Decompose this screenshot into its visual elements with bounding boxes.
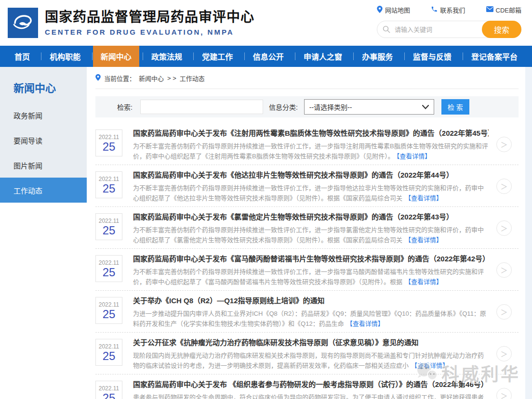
arrow-right-icon[interactable]: ＞ <box>496 220 512 236</box>
category-select[interactable]: --请选择类别-- <box>304 99 434 115</box>
sidebar: 新闻中心 政务新闻 要闻导读 图片新闻 工作动态 <box>0 67 87 203</box>
news-item: 2022.11 25 国家药监局药审中心关于发布《氯雷他定片生物等效性研究技术指… <box>95 207 519 249</box>
view-details-link[interactable]: 【查看详情】 <box>411 362 449 369</box>
news-title-link[interactable]: 国家药监局药审中心关于发布 《组织患者参与药物研发的一般考虑指导原则（试行）》的… <box>133 380 489 389</box>
news-date-month: 2022.11 <box>96 343 122 350</box>
keyword-input[interactable] <box>140 100 263 114</box>
cde-news-page: 国家药品监督管理局药品审评中心 CENTER FOR DRUG EVALUATI… <box>0 0 532 399</box>
main-nav: 首页 机构职能 新闻中心 政策法规 党建工作 信息公开 申请人之窗 办事服务 监… <box>0 46 532 67</box>
view-details-link[interactable]: 【查看详情】 <box>405 194 442 202</box>
category-selected-value: --请选择类别-- <box>309 102 352 112</box>
news-date: 2022.11 25 <box>95 255 122 282</box>
nav-item[interactable]: 监督与反馈 <box>405 46 459 67</box>
news-date: 2022.11 25 <box>95 297 122 324</box>
search-button[interactable]: 搜索 <box>482 21 521 38</box>
news-list: 2022.11 25 国家药监局药审中心关于发布《注射用两性霉素B脂质体生物等效… <box>95 123 519 399</box>
news-title-link[interactable]: 国家药监局药审中心关于发布《富马酸丙酚替诺福韦片生物等效性研究技术指导原则》的通… <box>133 254 489 264</box>
sidebar-title: 新闻中心 <box>0 67 87 103</box>
arrow-right-icon[interactable]: ＞ <box>496 346 512 361</box>
cde-logo[interactable] <box>8 8 38 38</box>
sidebar-item[interactable]: 政务新闻 <box>0 103 87 128</box>
news-date-month: 2022.11 <box>96 385 122 392</box>
news-item: 2022.11 25 国家药监局药审中心关于发布 《组织患者参与药物研发的一般考… <box>95 374 519 399</box>
news-title-link[interactable]: 关于举办《ICH Q8（R2）—Q12指导原则线上培训》的通知 <box>133 296 489 306</box>
news-summary: 为不断丰富完善仿制药个药指导原则并持续推进一致性评价工作，进一步指导氯雷他定片生… <box>133 225 489 245</box>
news-body: 关于公开征求《抗肿瘤光动力治疗药物临床研发技术指导原则（征求意见稿）》意见的通知… <box>133 336 489 371</box>
news-date: 2022.11 25 <box>95 381 122 399</box>
phone-icon <box>431 6 438 14</box>
nav-item[interactable]: 办事服务 <box>354 46 400 67</box>
news-item: 2022.11 25 国家药监局药审中心关于发布《注射用两性霉素B脂质体生物等效… <box>95 123 519 165</box>
site-header: 国家药品监督管理局药品审评中心 CENTER FOR DRUG EVALUATI… <box>0 0 532 46</box>
news-summary: 为不断丰富完善仿制药个药指导原则并持续推进一致性评价工作，进一步指导他达拉非片生… <box>133 183 489 203</box>
news-date-month: 2022.11 <box>96 259 122 266</box>
chevron-down-icon <box>422 103 429 111</box>
keyword-label: 检索: <box>117 102 133 112</box>
breadcrumb-separator: > > <box>167 75 176 82</box>
content-row: 新闻中心 政务新闻 要闻导读 图片新闻 工作动态 当前位置： 新闻中心 > > … <box>0 67 532 399</box>
contact-us-link[interactable]: 联系我们 <box>431 5 465 14</box>
fish-swirl-icon <box>11 12 35 35</box>
breadcrumb-current[interactable]: 工作动态 <box>180 74 205 83</box>
search-icon <box>383 26 390 35</box>
arrow-right-icon[interactable]: ＞ <box>496 262 512 278</box>
nav-item[interactable]: 党建工作 <box>194 46 240 67</box>
news-body: 国家药监局药审中心关于发布《他达拉非片生物等效性研究技术指导原则》的通告（202… <box>133 169 489 203</box>
filter-bar: 检索: 信息分类: --请选择类别-- 检 索 <box>95 96 519 117</box>
news-date-day: 25 <box>96 308 122 320</box>
news-date-day: 25 <box>96 266 122 278</box>
site-title: 国家药品监督管理局药品审评中心 <box>45 10 254 25</box>
arrow-right-icon[interactable]: ＞ <box>496 304 512 320</box>
nav-item[interactable]: 机构职能 <box>42 46 88 67</box>
nav-item[interactable]: 申请人之窗 <box>296 46 350 67</box>
sidebar-item[interactable]: 图片新闻 <box>0 153 87 178</box>
brand-block: 国家药品监督管理局药品审评中心 CENTER FOR DRUG EVALUATI… <box>45 10 254 36</box>
news-title-link[interactable]: 国家药监局药审中心关于发布《氯雷他定片生物等效性研究技术指导原则》的通告（202… <box>133 212 489 222</box>
nav-item[interactable]: 政策法规 <box>144 46 190 67</box>
sidebar-item[interactable]: 工作动态 <box>0 178 87 203</box>
nav-item[interactable]: 首页 <box>7 46 38 67</box>
arrow-right-icon[interactable]: ＞ <box>496 179 512 194</box>
news-date: 2022.11 25 <box>95 339 122 366</box>
news-title-link[interactable]: 国家药监局药审中心关于发布《他达拉非片生物等效性研究技术指导原则》的通告（202… <box>133 170 489 180</box>
view-details-link[interactable]: 【查看详情】 <box>405 278 442 285</box>
mail-icon <box>486 6 493 13</box>
nav-item[interactable]: 信息公开 <box>245 46 292 67</box>
cde-mail-link[interactable]: CDE邮箱 <box>486 5 521 14</box>
news-summary: 为进一步推动提升国内审评人员和工业界对ICH《Q8（R2）：药品研发》《Q9：质… <box>133 309 489 329</box>
news-title-link[interactable]: 关于公开征求《抗肿瘤光动力治疗药物临床研发技术指导原则（征求意见稿）》意见的通知 <box>133 338 489 348</box>
news-item: 2022.11 25 关于公开征求《抗肿瘤光动力治疗药物临床研发技术指导原则（征… <box>95 333 519 374</box>
arrow-right-icon[interactable]: ＞ <box>496 137 512 152</box>
sitemap-link[interactable]: 网站地图 <box>377 5 410 14</box>
site-search: 搜索 <box>377 21 521 38</box>
news-body: 国家药监局药审中心关于发布《氯雷他定片生物等效性研究技术指导原则》的通告（202… <box>133 211 489 245</box>
filter-search-button[interactable]: 检 索 <box>441 99 469 115</box>
news-item: 2022.11 25 国家药监局药审中心关于发布《他达拉非片生物等效性研究技术指… <box>95 165 519 207</box>
news-date: 2022.11 25 <box>95 171 122 198</box>
news-body: 国家药监局药审中心关于发布《注射用两性霉素B脂质体生物等效性研究技术指导原则》的… <box>133 127 489 161</box>
news-date-day: 25 <box>96 141 122 153</box>
news-summary: 现阶段国内尚无抗肿瘤光动力治疗药物临床研发相关技术指导原则，现有的指导原则尚不能… <box>133 350 489 371</box>
news-body: 关于举办《ICH Q8（R2）—Q12指导原则线上培训》的通知 为进一步推动提升… <box>133 295 489 329</box>
nav-item[interactable]: 登记备案平台 <box>464 46 525 67</box>
news-summary: 患者参与到药物研发的全生命周期中，符合以临床价值为导向的药物研发宗旨。为了便于申… <box>133 392 489 399</box>
news-date-month: 2022.11 <box>96 218 122 224</box>
news-date-day: 25 <box>96 224 122 236</box>
news-date-day: 25 <box>96 350 122 362</box>
news-title-link[interactable]: 国家药监局药审中心关于发布《注射用两性霉素B脂质体生物等效性研究技术指导原则》的… <box>133 129 489 138</box>
sidebar-item[interactable]: 要闻导读 <box>0 128 87 153</box>
breadcrumb-pin-icon <box>95 74 101 82</box>
view-details-link[interactable]: 【查看详情】 <box>397 153 431 160</box>
view-details-link[interactable]: 【查看详情】 <box>405 236 442 244</box>
view-details-link[interactable]: 【查看详情】 <box>346 320 384 327</box>
nav-item[interactable]: 新闻中心 <box>93 46 139 67</box>
news-body: 国家药监局药审中心关于发布 《组织患者参与药物研发的一般考虑指导原则（试行）》的… <box>133 378 489 399</box>
news-summary: 为不断丰富完善仿制药个药指导原则并持续推进一致性评价工作，进一步指导富马酸丙酚替… <box>133 267 489 287</box>
breadcrumb-prefix: 当前位置： <box>104 74 135 83</box>
news-date-day: 25 <box>96 392 122 399</box>
breadcrumb-section[interactable]: 新闻中心 <box>139 74 164 83</box>
arrow-right-icon[interactable]: ＞ <box>496 388 512 399</box>
news-date: 2022.11 25 <box>95 129 122 156</box>
news-body: 国家药监局药审中心关于发布《富马酸丙酚替诺福韦片生物等效性研究技术指导原则》的通… <box>133 253 489 287</box>
main-content: 当前位置： 新闻中心 > > 工作动态 检索: 信息分类: --请选择类别-- … <box>87 67 525 399</box>
